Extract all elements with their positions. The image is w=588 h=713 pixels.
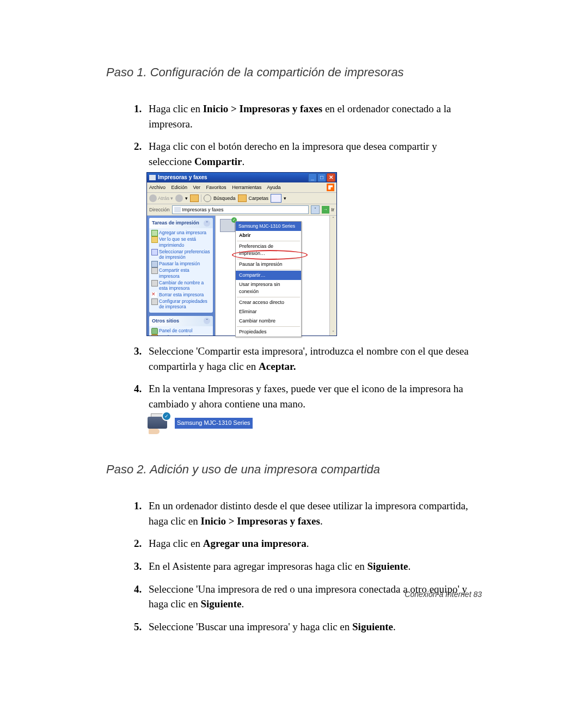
- step1-heading: Paso 1. Configuración de la compartición…: [106, 65, 482, 80]
- task-delete[interactable]: Borrar esta impresora: [151, 291, 211, 298]
- step2-item-2: Haga clic en Agregar una impresora.: [144, 536, 482, 551]
- scroll-down-icon[interactable]: ˅: [332, 330, 334, 336]
- next-label: Siguiente: [352, 621, 393, 632]
- delete-icon: [151, 292, 157, 297]
- share-icon: [151, 267, 158, 274]
- shared-printer-figure: ✓ Samsung MJC-1310 Series: [146, 413, 253, 433]
- window-titlebar[interactable]: Impresoras y faxes _ □ ✕: [147, 173, 336, 182]
- next-label: Siguiente: [367, 560, 408, 572]
- share-hand-icon: [149, 429, 160, 434]
- menu-ver[interactable]: Ver: [193, 185, 201, 190]
- print-tasks-panel: Tareas de impresión ˆ Agregar una impres…: [149, 218, 213, 312]
- folders-label[interactable]: Carpetas: [249, 195, 269, 202]
- close-button[interactable]: ✕: [327, 173, 335, 182]
- step1-item-4: En la ventana Impresoras y faxes, puede …: [144, 381, 482, 455]
- folders-icon[interactable]: [238, 194, 247, 202]
- task-props[interactable]: Configurar propiedades de impresora: [151, 298, 211, 310]
- text: .: [320, 515, 323, 527]
- properties-icon: [151, 298, 158, 305]
- back-icon: [149, 194, 157, 202]
- content-area[interactable]: ✓ Samsung MJC-1310 Series Abrir Preferen…: [215, 216, 336, 336]
- scrollbar-vertical[interactable]: ˄ ˅: [329, 216, 336, 336]
- printers-window: Impresoras y faxes _ □ ✕ Archivo Edición…: [146, 172, 337, 336]
- ctx-rename[interactable]: Cambiar nombre: [236, 316, 301, 326]
- ctx-props[interactable]: Propiedades: [236, 327, 301, 337]
- toolbar: Atrás ▾ ▾ Búsqueda Carpetas ▾: [147, 193, 336, 204]
- task-share[interactable]: Compartir esta impresora: [151, 267, 211, 279]
- task-add-printer[interactable]: Agregar una impresora: [151, 229, 211, 236]
- menubar: Archivo Edición Ver Favoritos Herramient…: [147, 182, 336, 193]
- step1-item-2: Haga clic con el botón derecho en la imp…: [144, 139, 482, 336]
- text: .: [241, 598, 244, 610]
- ctx-open[interactable]: Abrir: [236, 231, 301, 240]
- share-label: Compartir: [194, 156, 242, 167]
- text: .: [307, 538, 309, 549]
- ctx-pause[interactable]: Pausar la impresión: [236, 260, 301, 269]
- windows-flag-icon: [327, 184, 334, 191]
- scroll-up-icon[interactable]: ˄: [332, 216, 334, 222]
- text: .: [242, 156, 244, 167]
- menu-archivo[interactable]: Archivo: [149, 185, 166, 190]
- other-places-title: Otros sitios: [152, 318, 179, 325]
- address-dropdown-icon[interactable]: ˅: [311, 205, 320, 214]
- step1-item-1: Haga clic en Inicio > Impresoras y faxes…: [144, 101, 482, 131]
- prefs-icon: [151, 249, 158, 255]
- go-label: Ir: [332, 206, 335, 214]
- document-page: Paso 1. Configuración de la compartición…: [0, 0, 588, 713]
- add-printer-label: Agregar una impresora: [203, 538, 307, 549]
- view-queue-icon: [151, 236, 158, 243]
- step2-heading: Paso 2. Adición y uso de una impresora c…: [106, 462, 482, 477]
- accept-label: Aceptar.: [259, 361, 296, 372]
- printers-icon: [149, 175, 156, 180]
- address-label: Dirección: [149, 206, 170, 214]
- search-icon[interactable]: [204, 194, 211, 202]
- pause-icon: [151, 261, 158, 267]
- collapse-icon[interactable]: ˆ: [204, 318, 210, 324]
- text: Haga clic en: [149, 538, 203, 549]
- task-view-queue[interactable]: Ver lo que se está imprimiendo: [151, 236, 211, 248]
- text: Seleccione 'Compartir esta impresora', i…: [149, 345, 469, 372]
- task-prefs[interactable]: Seleccionar preferencias de impresión: [151, 248, 211, 260]
- ctx-prefs[interactable]: Preferencias de impresión…: [236, 242, 301, 258]
- ctx-delete[interactable]: Eliminar: [236, 307, 301, 316]
- ctx-share[interactable]: Compartir…: [236, 271, 301, 280]
- shared-printer-icon: ✓: [146, 413, 170, 433]
- go-button[interactable]: →: [322, 206, 329, 214]
- minimize-button[interactable]: _: [308, 173, 317, 182]
- step1-item-3: Seleccione 'Compartir esta impresora', i…: [144, 344, 482, 374]
- maximize-button[interactable]: □: [317, 173, 326, 182]
- menu-edicion[interactable]: Edición: [171, 185, 188, 190]
- menu-ayuda[interactable]: Ayuda: [267, 185, 280, 190]
- address-value: Impresoras y faxes: [182, 206, 224, 214]
- link-scanners[interactable]: Escáneres y cámaras: [151, 334, 211, 336]
- menu-herramientas[interactable]: Herramientas: [232, 185, 261, 190]
- up-icon[interactable]: [190, 194, 199, 202]
- back-button[interactable]: Atrás ▾: [149, 194, 173, 202]
- address-field[interactable]: Impresoras y faxes: [172, 205, 309, 214]
- address-printers-icon: [174, 207, 181, 212]
- menu-path: Inicio > Impresoras y faxes: [203, 103, 322, 114]
- menu-favoritos[interactable]: Favoritos: [206, 185, 226, 190]
- print-tasks-title: Tareas de impresión: [152, 220, 199, 227]
- printer-item[interactable]: ✓: [220, 219, 235, 232]
- context-menu: Samsung MJC-1310 Series Abrir Preferenci…: [235, 221, 302, 337]
- text: Seleccione 'Buscar una impresora' y haga…: [149, 621, 352, 632]
- task-rename[interactable]: Cambiar de nombre a esta impresora: [151, 279, 211, 291]
- forward-icon[interactable]: [175, 194, 183, 202]
- ctx-use-offline[interactable]: Usar impresora sin conexión: [236, 280, 301, 296]
- search-label[interactable]: Búsqueda: [213, 195, 236, 202]
- tasks-sidebar: Tareas de impresión ˆ Agregar una impres…: [147, 216, 215, 336]
- back-label: Atrás: [158, 195, 169, 202]
- context-menu-header: Samsung MJC-1310 Series: [236, 222, 301, 230]
- collapse-icon[interactable]: ˆ: [204, 220, 210, 227]
- task-pause[interactable]: Pausar la impresión: [151, 260, 211, 267]
- next-label: Siguiente: [200, 598, 241, 610]
- ctx-shortcut[interactable]: Crear acceso directo: [236, 298, 301, 307]
- views-button[interactable]: [271, 194, 281, 203]
- shared-printer-label: Samsung MJC-1310 Series: [175, 418, 253, 429]
- step2-item-5: Seleccione 'Buscar una impresora' y haga…: [144, 619, 482, 635]
- text: En el Asistente para agregar impresoras …: [149, 560, 367, 572]
- step2-item-1: En un ordenador distinto desde el que de…: [144, 498, 482, 528]
- link-control-panel[interactable]: Panel de control: [151, 327, 211, 334]
- text: Haga clic con el botón derecho en la imp…: [149, 141, 437, 167]
